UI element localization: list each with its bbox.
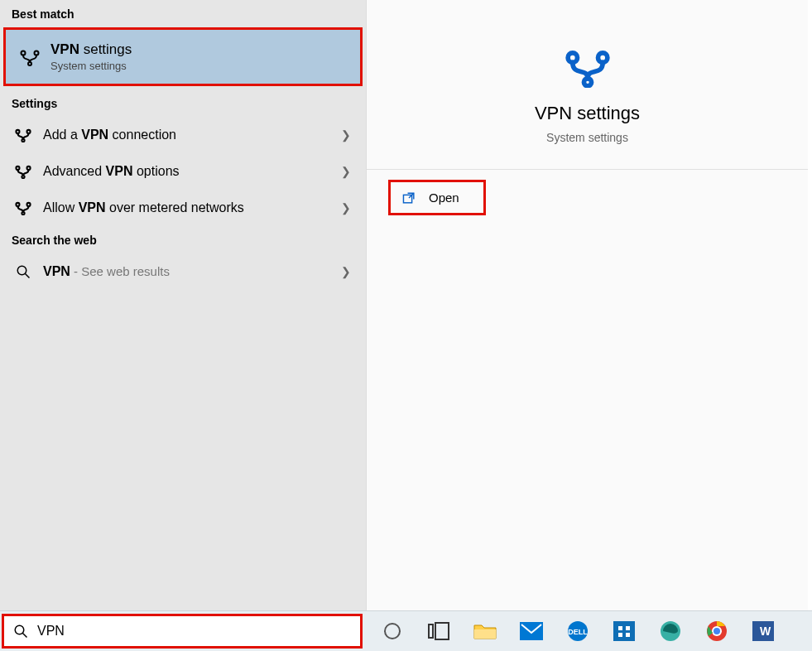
open-action[interactable]: Open (388, 180, 486, 215)
detail-hero: VPN settings System settings (367, 0, 808, 170)
svg-point-12 (17, 266, 26, 275)
settings-item-add-vpn[interactable]: Add a VPN connection ❯ (0, 117, 366, 153)
edge-icon[interactable] (656, 616, 685, 646)
detail-title: VPN settings (367, 103, 808, 124)
section-header-best-match: Best match (0, 0, 366, 27)
svg-rect-21 (429, 624, 433, 638)
settings-item-label: Add a VPN connection (43, 128, 341, 142)
svg-point-2 (28, 62, 31, 65)
section-header-settings: Settings (0, 89, 366, 117)
settings-list: Add a VPN connection ❯ Advanced VPN opti… (0, 117, 366, 226)
settings-item-label: Advanced VPN options (43, 164, 341, 179)
search-input[interactable] (37, 624, 352, 639)
svg-point-16 (584, 79, 591, 86)
svg-point-8 (22, 176, 24, 178)
svg-point-4 (27, 130, 31, 133)
word-icon[interactable]: W (748, 616, 778, 646)
svg-point-9 (16, 203, 19, 206)
vpn-icon (13, 127, 33, 143)
best-match-title: VPN settings (50, 41, 132, 58)
task-view-icon[interactable] (424, 616, 454, 646)
taskbar: DELL W (0, 610, 812, 651)
svg-point-6 (16, 166, 19, 170)
open-icon (401, 191, 417, 205)
movies-tv-icon[interactable] (609, 616, 639, 646)
section-header-web: Search the web (0, 226, 366, 253)
svg-point-18 (15, 625, 24, 634)
vpn-icon (563, 46, 613, 88)
chevron-right-icon: ❯ (341, 165, 351, 178)
svg-rect-23 (474, 629, 496, 639)
search-icon (13, 263, 33, 280)
best-match-vpn-settings[interactable]: VPN settings System settings (3, 27, 363, 86)
svg-rect-24 (520, 622, 543, 640)
settings-item-allow-vpn-metered[interactable]: Allow VPN over metered networks ❯ (0, 190, 366, 226)
svg-point-20 (385, 624, 400, 639)
vpn-icon (13, 200, 33, 216)
svg-rect-22 (435, 623, 449, 639)
open-label: Open (429, 190, 459, 205)
svg-point-31 (714, 628, 720, 634)
settings-item-advanced-vpn[interactable]: Advanced VPN options ❯ (0, 153, 366, 190)
chevron-right-icon: ❯ (341, 265, 351, 278)
vpn-icon (19, 46, 41, 68)
best-match-text: VPN settings System settings (50, 41, 132, 72)
svg-point-5 (22, 139, 24, 142)
search-results-panel: Best match VPN settings System settings … (0, 0, 366, 610)
taskbar-icons: DELL W (377, 616, 778, 646)
detail-panel: VPN settings System settings Open (366, 0, 808, 610)
svg-line-19 (22, 633, 26, 637)
chevron-right-icon: ❯ (341, 201, 351, 215)
svg-point-3 (16, 130, 19, 133)
mail-icon[interactable] (517, 616, 546, 646)
svg-text:W: W (760, 624, 771, 638)
web-result-vpn[interactable]: VPN - See web results ❯ (0, 253, 366, 290)
chrome-icon[interactable] (702, 616, 732, 646)
vpn-icon (13, 163, 33, 180)
search-icon (12, 623, 29, 639)
taskbar-search-box[interactable] (2, 614, 363, 649)
svg-rect-27 (613, 621, 635, 641)
cortana-icon[interactable] (377, 616, 407, 646)
settings-item-label: Allow VPN over metered networks (43, 200, 341, 215)
chevron-right-icon: ❯ (341, 128, 351, 142)
web-result-label: VPN - See web results (43, 264, 341, 279)
svg-text:DELL: DELL (568, 628, 588, 636)
svg-point-7 (27, 166, 31, 170)
svg-point-11 (22, 212, 24, 215)
svg-line-13 (25, 273, 29, 277)
detail-subtitle: System settings (367, 131, 808, 144)
best-match-subtitle: System settings (50, 60, 132, 72)
svg-point-10 (27, 203, 31, 206)
file-explorer-icon[interactable] (470, 616, 500, 646)
dell-icon[interactable]: DELL (563, 616, 593, 646)
